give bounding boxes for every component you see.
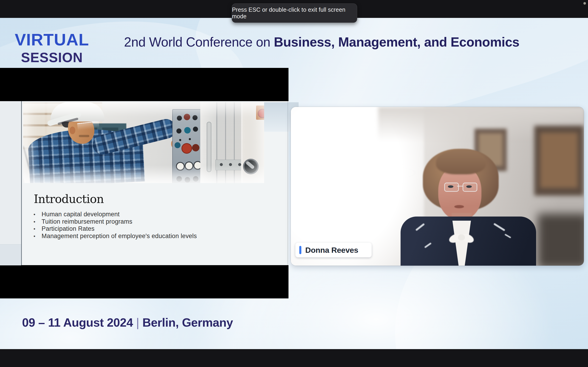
speaker-accent-bar (299, 246, 301, 254)
speaker-name-tag: Donna Reeves (295, 243, 372, 257)
bullet-text: Participation Rates (42, 225, 95, 233)
bullet-text: Human capital development (42, 211, 120, 218)
virtual-session-screen: Press ESC or double-click to exit full s… (0, 0, 588, 367)
event-date-location: 09 – 11 August 2024|Berlin, Germany (22, 316, 233, 329)
speaker-video[interactable]: Donna Reeves (291, 107, 584, 266)
bullet-icon: • (32, 218, 37, 225)
speaker-glasses-bridge (457, 186, 463, 186)
fullscreen-exit-tooltip: Press ESC or double-click to exit full s… (232, 3, 357, 23)
logo-line2: SESSION (21, 51, 83, 65)
bullet-icon: • (32, 225, 37, 233)
speaker-fringe (436, 150, 486, 174)
bullet-icon: • (32, 233, 37, 240)
desktop-edge-strip-lower (0, 244, 21, 265)
conference-title-regular: 2nd World Conference on (124, 35, 274, 49)
date-location-separator: | (133, 316, 142, 329)
photo-vignette (23, 102, 264, 183)
speaker-eye (466, 185, 472, 188)
slide-bullet-list: • Human capital development • Tuition re… (32, 211, 197, 240)
video-picture-frame (534, 126, 584, 196)
slide-heading: Introduction (34, 192, 104, 206)
event-dates: 09 – 11 August 2024 (22, 316, 133, 329)
speaker-name: Donna Reeves (305, 246, 358, 255)
presentation-slide: Introduction • Human capital development… (22, 101, 288, 265)
status-dot-icon (583, 2, 586, 5)
list-item: • Tuition reimbursement programs (32, 218, 197, 225)
conference-title-bold: Business, Management, and Economics (274, 35, 519, 49)
speaker-mouth (454, 205, 464, 208)
slide-image (23, 102, 264, 183)
speaker-eye (448, 185, 453, 188)
bullet-text: Tuition reimbursement programs (42, 218, 132, 225)
bullet-text: Management perception of employee's educ… (42, 233, 197, 240)
list-item: • Human capital development (32, 211, 197, 218)
speaker-bow-knot (458, 234, 465, 240)
screenshare-view[interactable]: Introduction • Human capital development… (0, 68, 288, 298)
desktop-edge-strip (0, 101, 21, 265)
slide-scroll-edge (288, 101, 288, 265)
list-item: • Participation Rates (32, 225, 197, 233)
event-location: Berlin, Germany (142, 316, 233, 329)
conference-title: 2nd World Conference on Business, Manage… (124, 35, 579, 49)
tooltip-text: Press ESC or double-click to exit full s… (232, 6, 357, 20)
logo-line1: VIRTUAL (15, 31, 89, 48)
virtual-session-logo: VIRTUAL SESSION (13, 31, 91, 65)
list-item: • Management perception of employee's ed… (32, 233, 197, 240)
video-shadow (538, 214, 584, 266)
bullet-icon: • (32, 211, 37, 218)
bottom-black-bar (0, 349, 588, 367)
